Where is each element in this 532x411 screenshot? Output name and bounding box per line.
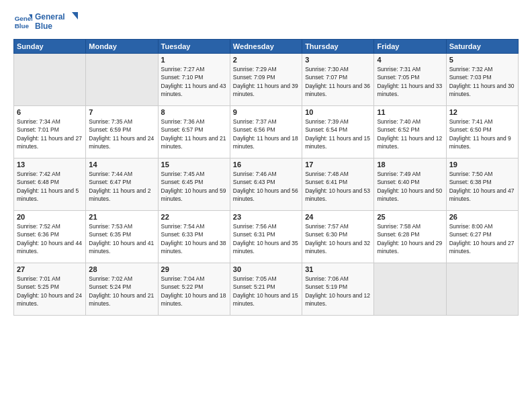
day-info: Sunrise: 7:50 AMSunset: 6:38 PMDaylight:… xyxy=(449,170,515,203)
day-number: 23 xyxy=(233,213,299,221)
day-info: Sunrise: 7:37 AMSunset: 6:56 PMDaylight:… xyxy=(233,118,299,150)
sunset: Sunset: 6:38 PM xyxy=(449,179,492,185)
calendar-cell: 17Sunrise: 7:48 AMSunset: 6:41 PMDayligh… xyxy=(302,158,374,211)
day-number: 5 xyxy=(449,56,515,64)
weekday-header: Tuesday xyxy=(158,40,230,54)
calendar-week-row: 20Sunrise: 7:52 AMSunset: 6:36 PMDayligh… xyxy=(14,211,519,263)
day-info: Sunrise: 7:56 AMSunset: 6:31 PMDaylight:… xyxy=(233,222,299,255)
calendar-cell: 30Sunrise: 7:05 AMSunset: 5:21 PMDayligh… xyxy=(230,263,302,316)
daylight: Daylight: 11 hours and 9 minutes. xyxy=(449,135,511,150)
sunset: Sunset: 7:05 PM xyxy=(377,74,419,81)
daylight: Daylight: 10 hours and 29 minutes. xyxy=(377,240,442,255)
day-number: 6 xyxy=(17,108,83,116)
sunrise: Sunrise: 7:41 AM xyxy=(449,118,493,125)
calendar-page: General Blue General Blue SundayMondayTu… xyxy=(0,0,532,411)
daylight: Daylight: 11 hours and 15 minutes. xyxy=(305,135,370,150)
day-info: Sunrise: 7:57 AMSunset: 6:30 PMDaylight:… xyxy=(305,222,371,255)
sunrise: Sunrise: 7:40 AM xyxy=(377,118,420,125)
sunrise: Sunrise: 7:50 AM xyxy=(449,171,493,177)
daylight: Daylight: 10 hours and 47 minutes. xyxy=(449,187,515,202)
daylight: Daylight: 10 hours and 15 minutes. xyxy=(233,292,298,307)
sunrise: Sunrise: 7:31 AM xyxy=(377,66,420,73)
day-info: Sunrise: 7:58 AMSunset: 6:28 PMDaylight:… xyxy=(377,222,443,255)
day-number: 18 xyxy=(377,161,443,169)
day-number: 11 xyxy=(377,108,443,116)
day-info: Sunrise: 7:05 AMSunset: 5:21 PMDaylight:… xyxy=(233,275,299,308)
day-info: Sunrise: 7:06 AMSunset: 5:19 PMDaylight:… xyxy=(305,275,371,308)
calendar-week-row: 13Sunrise: 7:42 AMSunset: 6:48 PMDayligh… xyxy=(14,158,519,211)
day-number: 14 xyxy=(89,161,154,169)
calendar-cell: 5Sunrise: 7:32 AMSunset: 7:03 PMDaylight… xyxy=(446,54,518,106)
sunset: Sunset: 6:31 PM xyxy=(233,231,275,238)
sunset: Sunset: 6:57 PM xyxy=(161,126,204,133)
daylight: Daylight: 10 hours and 21 minutes. xyxy=(89,292,154,307)
daylight: Daylight: 11 hours and 27 minutes. xyxy=(17,135,82,150)
day-info: Sunrise: 7:40 AMSunset: 6:52 PMDaylight:… xyxy=(377,118,443,150)
day-number: 26 xyxy=(449,213,515,221)
calendar-cell: 25Sunrise: 7:58 AMSunset: 6:28 PMDayligh… xyxy=(374,211,446,263)
header: General Blue General Blue xyxy=(13,11,519,32)
sunset: Sunset: 7:07 PM xyxy=(305,74,347,81)
logo: General Blue General Blue xyxy=(13,11,82,32)
day-number: 19 xyxy=(449,161,515,169)
sunrise: Sunrise: 7:45 AM xyxy=(161,171,205,177)
sunrise: Sunrise: 7:34 AM xyxy=(17,118,60,125)
sunrise: Sunrise: 7:36 AM xyxy=(161,118,205,125)
day-info: Sunrise: 7:02 AMSunset: 5:24 PMDaylight:… xyxy=(89,275,154,308)
sunrise: Sunrise: 7:37 AM xyxy=(233,118,277,125)
day-number: 21 xyxy=(89,213,154,221)
sunset: Sunset: 7:03 PM xyxy=(449,74,492,81)
sunset: Sunset: 7:09 PM xyxy=(233,74,275,81)
day-number: 16 xyxy=(233,161,299,169)
daylight: Daylight: 10 hours and 32 minutes. xyxy=(305,240,370,255)
daylight: Daylight: 10 hours and 12 minutes. xyxy=(305,292,370,307)
calendar-cell: 14Sunrise: 7:44 AMSunset: 6:47 PMDayligh… xyxy=(86,158,158,211)
sunrise: Sunrise: 7:29 AM xyxy=(233,66,277,73)
svg-text:Blue: Blue xyxy=(15,22,30,30)
daylight: Daylight: 10 hours and 41 minutes. xyxy=(89,240,154,255)
daylight: Daylight: 10 hours and 59 minutes. xyxy=(161,187,226,202)
sunset: Sunset: 6:43 PM xyxy=(233,179,275,185)
logo-graphic: General Blue xyxy=(35,11,82,32)
sunset: Sunset: 5:25 PM xyxy=(17,283,59,290)
calendar-cell: 4Sunrise: 7:31 AMSunset: 7:05 PMDaylight… xyxy=(374,54,446,106)
day-number: 3 xyxy=(305,56,371,64)
daylight: Daylight: 10 hours and 50 minutes. xyxy=(377,187,442,202)
day-info: Sunrise: 7:54 AMSunset: 6:33 PMDaylight:… xyxy=(161,222,227,255)
sunset: Sunset: 6:47 PM xyxy=(89,179,131,185)
daylight: Daylight: 11 hours and 12 minutes. xyxy=(377,135,442,150)
calendar-cell: 2Sunrise: 7:29 AMSunset: 7:09 PMDaylight… xyxy=(230,54,302,106)
day-info: Sunrise: 7:30 AMSunset: 7:07 PMDaylight:… xyxy=(305,65,371,98)
calendar-cell: 3Sunrise: 7:30 AMSunset: 7:07 PMDaylight… xyxy=(302,54,374,106)
day-info: Sunrise: 7:44 AMSunset: 6:47 PMDaylight:… xyxy=(89,170,154,203)
calendar-cell: 20Sunrise: 7:52 AMSunset: 6:36 PMDayligh… xyxy=(14,211,86,263)
daylight: Daylight: 11 hours and 5 minutes. xyxy=(17,187,79,202)
daylight: Daylight: 10 hours and 44 minutes. xyxy=(17,240,82,255)
day-info: Sunrise: 7:48 AMSunset: 6:41 PMDaylight:… xyxy=(305,170,371,203)
day-number: 27 xyxy=(17,265,83,273)
daylight: Daylight: 10 hours and 18 minutes. xyxy=(161,292,226,307)
day-info: Sunrise: 7:52 AMSunset: 6:36 PMDaylight:… xyxy=(17,222,83,255)
calendar-cell: 9Sunrise: 7:37 AMSunset: 6:56 PMDaylight… xyxy=(230,106,302,158)
svg-text:General: General xyxy=(35,12,65,21)
sunrise: Sunrise: 7:35 AM xyxy=(89,118,132,125)
daylight: Daylight: 10 hours and 53 minutes. xyxy=(305,187,370,202)
logo-icon: General Blue xyxy=(13,12,32,31)
calendar-cell: 8Sunrise: 7:36 AMSunset: 6:57 PMDaylight… xyxy=(158,106,230,158)
calendar-cell xyxy=(86,54,158,106)
svg-marker-5 xyxy=(72,12,78,19)
calendar-cell: 11Sunrise: 7:40 AMSunset: 6:52 PMDayligh… xyxy=(374,106,446,158)
sunset: Sunset: 6:35 PM xyxy=(89,231,131,238)
day-info: Sunrise: 7:31 AMSunset: 7:05 PMDaylight:… xyxy=(377,65,443,98)
sunrise: Sunrise: 7:48 AM xyxy=(305,171,349,177)
day-info: Sunrise: 7:41 AMSunset: 6:50 PMDaylight:… xyxy=(449,118,515,150)
sunset: Sunset: 7:01 PM xyxy=(17,126,59,133)
calendar-cell: 7Sunrise: 7:35 AMSunset: 6:59 PMDaylight… xyxy=(86,106,158,158)
day-number: 7 xyxy=(89,108,154,116)
calendar-week-row: 1Sunrise: 7:27 AMSunset: 7:10 PMDaylight… xyxy=(14,54,519,106)
day-number: 28 xyxy=(89,265,154,273)
daylight: Daylight: 11 hours and 33 minutes. xyxy=(377,83,442,97)
day-info: Sunrise: 7:27 AMSunset: 7:10 PMDaylight:… xyxy=(161,65,227,98)
calendar-cell: 13Sunrise: 7:42 AMSunset: 6:48 PMDayligh… xyxy=(14,158,86,211)
calendar-table: SundayMondayTuesdayWednesdayThursdayFrid… xyxy=(13,39,519,316)
